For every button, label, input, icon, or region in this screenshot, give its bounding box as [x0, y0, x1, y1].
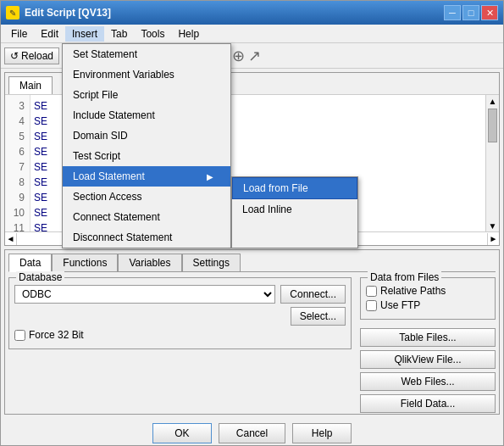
menu-domain-sid[interactable]: Domain SID [63, 125, 230, 146]
line-numbers: 3 4 5 6 7 8 9 10 11 12 [5, 95, 30, 231]
datafiles-group-label: Data from Files [368, 271, 441, 283]
maximize-button[interactable]: □ [462, 5, 479, 20]
window-icon: ✎ [6, 6, 19, 20]
menu-include-statement[interactable]: Include Statement [63, 105, 230, 125]
datafiles-group: Data from Files Relative Paths Use FTP [360, 277, 496, 320]
help-button[interactable]: Help [292, 423, 352, 443]
menu-test-script[interactable]: Test Script [63, 146, 230, 166]
menu-tools[interactable]: Tools [134, 26, 171, 42]
submenu-arrow: ▶ [207, 172, 213, 181]
use-ftp-row: Use FTP [366, 299, 490, 311]
bottom-panel: Data Functions Variables Settings Databa… [4, 249, 500, 415]
scrollbar-track [486, 144, 499, 220]
reload-icon: ↺ [10, 50, 19, 62]
database-group-label: Database [16, 271, 64, 283]
qlikview-file-button[interactable]: QlikView File... [360, 350, 496, 369]
tab-data[interactable]: Data [8, 254, 52, 272]
ok-button[interactable]: OK [152, 423, 212, 443]
force32bit-row: Force 32 Bit [14, 329, 346, 341]
menu-connect-statement[interactable]: Connect Statement [63, 207, 230, 227]
menu-disconnect-statement[interactable]: Disconnect Statement [63, 227, 230, 248]
select-button[interactable]: Select... [291, 307, 346, 326]
menu-file[interactable]: File [4, 26, 34, 42]
editor-tab-main[interactable]: Main [8, 76, 53, 94]
panel-content: Database ODBC Connect... Select... [8, 277, 496, 413]
menu-insert[interactable]: Insert [65, 26, 104, 42]
menubar: File Edit Insert Tab Tools Help Set Stat… [1, 25, 503, 43]
panel-left: Database ODBC Connect... Select... [8, 277, 352, 413]
tab-settings[interactable]: Settings [182, 254, 241, 271]
relative-paths-row: Relative Paths [366, 285, 490, 297]
title-bar: ✎ Edit Script [QV13] ─ □ ✕ [1, 1, 503, 25]
close-button[interactable]: ✕ [481, 5, 498, 20]
window-title: Edit Script [QV13] [25, 7, 111, 19]
scroll-up-button[interactable]: ▲ [486, 95, 499, 107]
cancel-button[interactable]: Cancel [219, 423, 285, 443]
scrollbar-thumb[interactable] [488, 109, 497, 142]
scroll-left-button[interactable]: ◄ [5, 233, 17, 245]
tab-functions[interactable]: Functions [52, 254, 118, 271]
scrollbar-vertical[interactable]: ▲ ▼ [485, 95, 499, 231]
use-ftp-checkbox[interactable] [366, 300, 377, 311]
main-window: ✎ Edit Script [QV13] ─ □ ✕ File Edit Ins… [0, 0, 504, 446]
menu-load-statement[interactable]: Load Statement ▶ [63, 166, 230, 187]
insert-menu: Set Statement Environment Variables Scri… [62, 43, 231, 248]
scroll-right-button[interactable]: ► [487, 233, 499, 245]
minimize-button[interactable]: ─ [444, 5, 461, 20]
field-data-button[interactable]: Field Data... [360, 394, 496, 413]
panel-right: Data from Files Relative Paths Use FTP T… [360, 277, 496, 413]
footer-buttons: OK Cancel Help [1, 418, 503, 445]
menu-env-variables[interactable]: Environment Variables [63, 64, 230, 85]
load-submenu: Load from File Load Inline [231, 176, 358, 248]
reload-button[interactable]: ↺ Reload [4, 47, 59, 64]
connect-button[interactable]: Connect... [280, 285, 346, 304]
title-buttons: ─ □ ✕ [444, 5, 498, 20]
force32bit-checkbox[interactable] [14, 330, 25, 341]
web-files-button[interactable]: Web Files... [360, 372, 496, 391]
tab-variables[interactable]: Variables [118, 254, 181, 271]
menu-set-statement[interactable]: Set Statement [63, 44, 230, 64]
menu-section-access[interactable]: Section Access [63, 187, 230, 207]
panel-tabs: Data Functions Variables Settings [8, 254, 496, 272]
submenu-load-from-file[interactable]: Load from File [232, 177, 357, 199]
force32bit-label: Force 32 Bit [29, 329, 84, 341]
select-row: Select... [14, 307, 346, 326]
database-select[interactable]: ODBC [14, 285, 275, 304]
menu-help[interactable]: Help [171, 26, 206, 42]
scroll-down-button[interactable]: ▼ [486, 220, 499, 231]
relative-paths-checkbox[interactable] [366, 286, 377, 297]
insert-dropdown: Set Statement Environment Variables Scri… [62, 43, 358, 248]
menu-edit[interactable]: Edit [34, 26, 65, 42]
table-files-button[interactable]: Table Files... [360, 328, 496, 347]
database-group: Database ODBC Connect... Select... [8, 277, 352, 349]
menu-tab[interactable]: Tab [104, 26, 134, 42]
database-row: ODBC Connect... [14, 285, 346, 304]
submenu-load-inline[interactable]: Load Inline [232, 199, 357, 220]
use-ftp-label: Use FTP [380, 299, 420, 311]
menu-script-file[interactable]: Script File [63, 85, 230, 105]
relative-paths-label: Relative Paths [380, 285, 446, 297]
title-bar-left: ✎ Edit Script [QV13] [6, 6, 111, 20]
